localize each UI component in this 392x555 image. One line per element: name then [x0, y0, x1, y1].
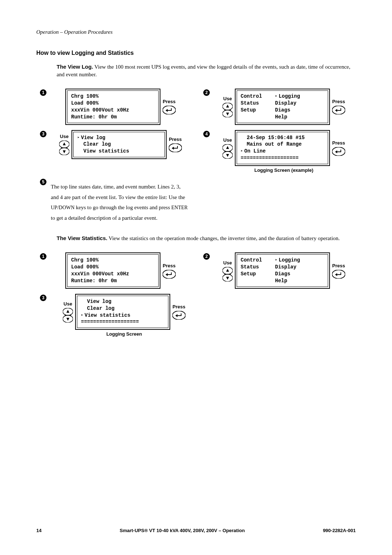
view-stats-intro: The View Statistics. View the statistics…: [57, 234, 356, 242]
cursor-icon: [81, 312, 85, 318]
enter-icon: [332, 270, 345, 279]
updown-icon: [222, 267, 233, 281]
updown-icon: [222, 144, 233, 159]
cursor-icon: [275, 257, 279, 263]
press-label: Press: [163, 263, 175, 268]
updown-icon: [59, 141, 69, 155]
step-num-3: 3: [40, 131, 46, 137]
use-label: Use: [223, 96, 232, 101]
section-title: How to view Logging and Statistics: [36, 50, 356, 56]
screen-caption: Logging Screen: [106, 331, 142, 337]
enter-icon: [163, 270, 176, 279]
cursor-icon: [275, 93, 279, 99]
page-header: Operation – Operation Procedures: [36, 29, 356, 35]
press-label: Press: [169, 137, 181, 142]
step-num-2: 2: [203, 89, 210, 96]
step-num-1: 1: [40, 253, 46, 260]
enter-icon: [332, 147, 345, 156]
lcd-screen: View log Clear log View statistics =====…: [75, 294, 170, 330]
lcd-screen: Control Status Setup Logging Display Dia…: [235, 89, 330, 125]
cursor-icon: [241, 148, 244, 154]
press-label: Press: [332, 140, 345, 146]
log-step-4: 4 Use 24-Sep 15:06:48 #15 Mains out of R…: [203, 130, 356, 173]
stat-step-3: 3 Use View log Clear log View statistics…: [40, 294, 200, 337]
enter-icon: [332, 106, 345, 114]
stat-step-1: 1 Chrg 100% Load 000% xxxVin 000Vout x0H…: [40, 252, 192, 289]
stat-step-2: 2 Use Control Status Setup Logging Displ…: [203, 252, 356, 289]
lcd-screen: View log Clear log View statistics: [72, 130, 167, 159]
view-log-desc: View the 100 most recent UPS log events,…: [57, 64, 350, 77]
step-num-2: 2: [203, 253, 210, 260]
press-label: Press: [332, 99, 345, 104]
enter-icon: [169, 143, 182, 152]
view-stats-desc: View the statistics on the operation mod…: [107, 235, 340, 241]
view-log-title: The View Log.: [57, 64, 93, 70]
lcd-screen: Chrg 100% Load 000% xxxVin 000Vout x0Hz …: [65, 89, 160, 125]
enter-icon: [163, 106, 176, 114]
log-step-1: 1 Chrg 100% Load 000% xxxVin 000Vout x0H…: [40, 89, 192, 125]
screen-caption: Logging Screen (example): [254, 167, 314, 173]
press-label: Press: [332, 263, 345, 268]
updown-icon: [63, 308, 73, 323]
enter-icon: [172, 311, 185, 320]
use-label: Use: [64, 301, 72, 307]
press-label: Press: [172, 304, 185, 309]
press-label: Press: [163, 99, 175, 104]
lcd-screen: Chrg 100% Load 000% xxxVin 000Vout x0Hz …: [65, 252, 160, 289]
lcd-screen: 24-Sep 15:06:48 #15 Mains out of Range O…: [235, 130, 330, 166]
step-num-4: 4: [203, 131, 210, 137]
use-label: Use: [223, 137, 232, 143]
updown-icon: [222, 103, 233, 117]
step-num-5: 5: [40, 179, 46, 185]
log-step-5: 5 The top line states date, time, and ev…: [40, 178, 200, 223]
use-label: Use: [223, 260, 232, 266]
use-label: Use: [60, 134, 69, 139]
step-num-3: 3: [40, 295, 46, 301]
cursor-icon: [77, 135, 81, 141]
view-log-intro: The View Log. View the 100 most recent U…: [57, 63, 356, 78]
lcd-screen: Control Status Setup Logging Display Dia…: [235, 252, 330, 289]
view-stats-title: The View Statistics.: [57, 235, 107, 241]
step-num-1: 1: [40, 89, 46, 96]
log-step-3: 3 Use View log Clear log View statistics…: [40, 130, 192, 159]
log-step-2: 2 Use Control Status Setup Logging Displ…: [203, 89, 356, 125]
